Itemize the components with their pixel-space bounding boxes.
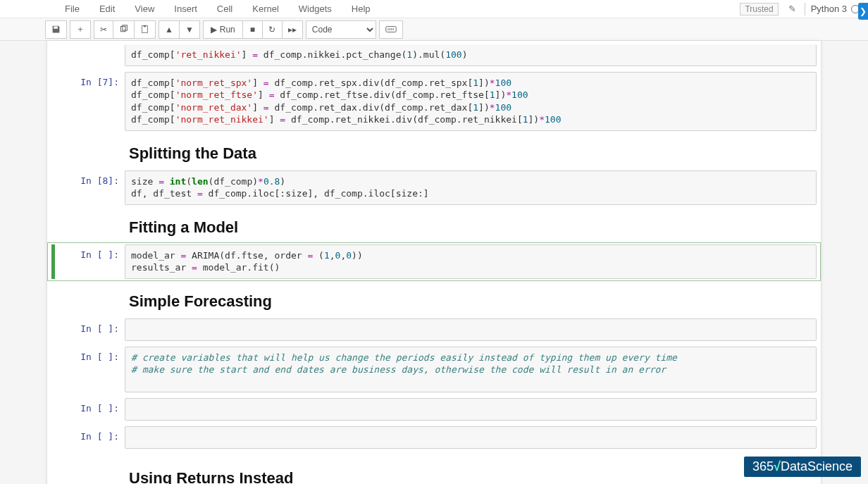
fast-forward-button[interactable]: ▸▸ <box>283 20 303 39</box>
trusted-badge[interactable]: Trusted <box>740 3 778 15</box>
kernel-name: Python 3 <box>811 4 847 14</box>
move-up-button[interactable]: ▲ <box>159 20 180 39</box>
svg-rect-0 <box>120 26 125 31</box>
menu-view[interactable]: View <box>126 2 163 15</box>
cut-button[interactable]: ✂ <box>94 20 113 39</box>
code-cell-empty[interactable]: In [ ]: <box>47 424 821 451</box>
copy-button[interactable] <box>113 20 135 39</box>
cell-prompt: In [ ]: <box>61 426 125 449</box>
markdown-cell[interactable]: Splitting the Data <box>47 135 821 167</box>
restart-button[interactable]: ↻ <box>263 20 283 39</box>
code-cell-empty[interactable]: In [ ]: <box>47 316 821 343</box>
cell-prompt: In [8]: <box>61 170 125 205</box>
heading-forecast: Simple Forecasting <box>129 292 817 311</box>
cell-type-select[interactable]: Code <box>306 20 376 39</box>
heading-fitting: Fitting a Model <box>129 218 817 237</box>
code-content[interactable] <box>131 323 810 336</box>
code-content[interactable]: # create variables that will help us cha… <box>131 352 810 376</box>
menu-list: File Edit View Insert Cell Kernel Widget… <box>8 2 379 15</box>
menu-cell[interactable]: Cell <box>209 2 241 15</box>
add-cell-button[interactable]: ＋ <box>70 20 91 39</box>
svg-rect-1 <box>123 25 128 30</box>
code-cell-comments[interactable]: In [ ]: # create variables that will hel… <box>47 345 821 395</box>
menu-edit[interactable]: Edit <box>91 2 123 15</box>
menubar: File Edit View Insert Cell Kernel Widget… <box>0 0 868 18</box>
cell-prompt: In [ ]: <box>61 347 125 392</box>
cell-prompt: In [ ]: <box>61 318 125 341</box>
markdown-cell[interactable]: Simple Forecasting <box>47 283 821 315</box>
heading-splitting: Splitting the Data <box>129 144 817 163</box>
watermark-badge: 365√DataScience <box>744 457 861 477</box>
code-content[interactable]: df_comp['ret_nikkei'] = df_comp.nikkei.p… <box>131 49 810 61</box>
menu-kernel[interactable]: Kernel <box>244 2 287 15</box>
stop-button[interactable]: ■ <box>243 20 263 39</box>
save-button[interactable] <box>45 20 67 39</box>
svg-rect-3 <box>144 25 146 27</box>
paste-button[interactable] <box>135 20 156 39</box>
cell-prompt: In [7]: <box>61 72 125 131</box>
markdown-cell[interactable]: Using Returns Instead <box>47 452 821 484</box>
code-content[interactable]: model_ar = ARIMA(df.ftse, order = (1,0,0… <box>131 249 810 274</box>
pencil-icon[interactable]: ✎ <box>788 4 796 14</box>
run-button[interactable]: ▶Run <box>203 20 243 39</box>
code-cell-7[interactable]: In [7]: df_comp['norm_ret_spx'] = df_com… <box>47 70 821 133</box>
code-cell[interactable]: df_comp['ret_nikkei'] = df_comp.nikkei.p… <box>47 42 821 68</box>
menu-help[interactable]: Help <box>343 2 379 15</box>
play-icon: ▶ <box>211 25 217 35</box>
code-cell-selected[interactable]: In [ ]: model_ar = ARIMA(df.ftse, order … <box>47 242 821 281</box>
svg-rect-4 <box>386 27 396 32</box>
code-cell-8[interactable]: In [8]: size = int(len(df_comp)*0.8) df,… <box>47 168 821 207</box>
run-label: Run <box>220 25 235 35</box>
code-content[interactable] <box>131 431 810 444</box>
markdown-cell[interactable]: Fitting a Model <box>47 209 821 241</box>
command-palette-button[interactable] <box>379 20 403 39</box>
notebook-container: df_comp['ret_nikkei'] = df_comp.nikkei.p… <box>46 41 822 484</box>
heading-returns: Using Returns Instead <box>129 469 817 484</box>
sidebar-toggle-icon[interactable]: ❯ <box>858 3 868 20</box>
kernel-indicator-area[interactable]: Python 3 <box>805 3 860 15</box>
code-content[interactable]: size = int(len(df_comp)*0.8) df, df_test… <box>131 175 810 200</box>
move-down-button[interactable]: ▼ <box>180 20 200 39</box>
code-content[interactable]: df_comp['norm_ret_spx'] = df_comp.ret_sp… <box>131 77 810 126</box>
code-cell-empty[interactable]: In [ ]: <box>47 396 821 423</box>
cell-prompt <box>61 44 125 66</box>
menu-widgets[interactable]: Widgets <box>290 2 340 15</box>
cell-prompt: In [ ]: <box>61 244 125 279</box>
selection-indicator <box>51 244 55 279</box>
cell-prompt: In [ ]: <box>61 398 125 421</box>
code-content[interactable] <box>131 403 810 416</box>
menu-insert[interactable]: Insert <box>166 2 206 15</box>
toolbar: ＋ ✂ ▲ ▼ ▶Run ■ ↻ ▸▸ Code <box>0 18 868 41</box>
menu-file[interactable]: File <box>56 2 88 15</box>
